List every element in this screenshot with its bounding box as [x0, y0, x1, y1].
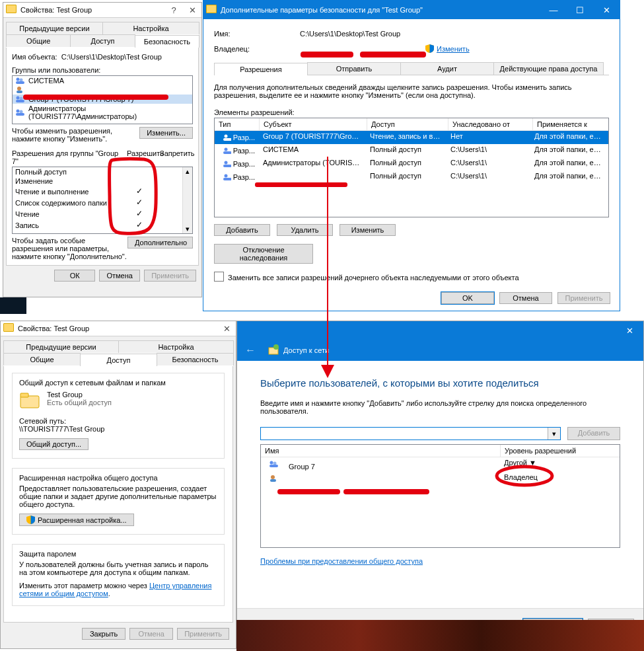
col-applies[interactable]: Применяется к — [533, 118, 608, 130]
title-bar[interactable]: ✕ — [237, 321, 643, 340]
ace-row[interactable]: Разр...Полный доступC:\Users\1\Для этой … — [215, 171, 608, 184]
group3-title: Защита паролем — [19, 550, 217, 558]
tab-security[interactable]: Безопасность — [135, 35, 199, 48]
wizard-instruction: Введите имя и нажмите кнопку "Добавить" … — [260, 399, 620, 415]
ace-row[interactable]: Разр...СИСТЕМАПолный доступC:\Users\1\Дл… — [215, 144, 608, 157]
tab-versions[interactable]: Предыдущие версии — [6, 22, 103, 34]
svg-rect-19 — [20, 396, 39, 408]
col-access[interactable]: Доступ — [367, 118, 448, 130]
user-icon — [15, 86, 25, 94]
svg-rect-25 — [269, 465, 278, 467]
maximize-button[interactable]: ☐ — [567, 1, 593, 19]
ace-row[interactable]: Разр...Администраторы (TOURIST7...Полный… — [215, 157, 608, 171]
close-button[interactable]: ✕ — [217, 321, 236, 336]
trouble-link[interactable]: Проблемы при предоставлении общего досту… — [260, 557, 423, 565]
user-input[interactable] — [261, 428, 548, 440]
replace-checkbox[interactable] — [214, 272, 224, 282]
svg-point-15 — [225, 161, 228, 165]
close-button[interactable]: ✕ — [616, 326, 643, 336]
path-value: \\TOURIST777\Test Group — [19, 425, 217, 433]
tab-general[interactable]: Общие — [3, 353, 81, 365]
add-button[interactable]: Добавить — [214, 224, 270, 236]
principals-list[interactable]: СИСТЕМА Group 7 (TOURIST777\Group 7) Адм… — [12, 75, 193, 124]
close-button[interactable]: ✕ — [183, 3, 201, 17]
minimize-button[interactable]: — — [540, 1, 567, 19]
tab-permissions[interactable]: Разрешения — [214, 63, 308, 75]
col-inherited[interactable]: Унаследовано от — [448, 118, 533, 130]
tab-audit[interactable]: Аудит — [400, 62, 494, 75]
tab-sharing[interactable]: Доступ — [70, 34, 135, 47]
aces-listview[interactable]: Тип Субъект Доступ Унаследовано от Приме… — [214, 118, 609, 217]
svg-point-5 — [17, 96, 20, 100]
svg-rect-27 — [270, 479, 276, 482]
tab-customize[interactable]: Настройка — [118, 340, 234, 353]
user-combobox[interactable]: ▾ — [260, 427, 561, 440]
people-row[interactable]: Group 7 Другой ▼ — [261, 457, 620, 472]
close-button[interactable]: ✕ — [593, 1, 620, 19]
cancel-button[interactable]: Отмена — [129, 628, 173, 640]
svg-rect-18 — [223, 178, 231, 180]
name-label: Имя: — [214, 30, 300, 38]
edit-button[interactable]: Изменить — [340, 224, 396, 236]
advanced-button[interactable]: Дополнительно — [127, 237, 193, 249]
col-name[interactable]: Имя — [261, 445, 501, 457]
edit-button[interactable]: Изменить... — [139, 127, 193, 139]
svg-point-8 — [17, 110, 20, 113]
group2-text: Предоставляет пользовательские разрешени… — [19, 484, 217, 508]
tab-security[interactable]: Безопасность — [157, 353, 234, 365]
title-bar[interactable]: Свойства: Test Group ? ✕ — [3, 3, 201, 18]
col-deny: Запретить — [160, 149, 193, 165]
svg-point-1 — [20, 79, 23, 82]
tab-versions[interactable]: Предыдущие версии — [3, 340, 119, 353]
apply-button[interactable]: Применить — [177, 628, 229, 640]
cancel-button[interactable]: Отмена — [99, 270, 140, 282]
svg-rect-16 — [223, 165, 231, 167]
svg-point-0 — [17, 78, 20, 81]
tab-customize[interactable]: Настройка — [102, 22, 199, 34]
help-button[interactable]: ? — [164, 3, 183, 17]
close-button-2[interactable]: Закрыть — [82, 628, 125, 640]
svg-rect-20 — [20, 393, 28, 397]
col-principal[interactable]: Субъект — [260, 118, 367, 130]
principal-row — [13, 85, 192, 95]
svg-rect-7 — [16, 100, 24, 102]
title-bar[interactable]: Свойства: Test Group ✕ — [1, 321, 236, 336]
group1-title: Общий доступ к сетевым файлам и папкам — [19, 379, 217, 387]
apply-button[interactable]: Применить — [557, 292, 610, 304]
col-permission[interactable]: Уровень разрешений — [501, 445, 620, 457]
permission-row: Список содержимого папки✓ — [13, 197, 192, 208]
desktop-peek-2 — [0, 297, 26, 314]
remove-button[interactable]: Удалить — [277, 224, 333, 236]
back-icon[interactable]: ← — [245, 344, 256, 356]
tab-sharing[interactable]: Доступ — [80, 354, 157, 366]
add-button[interactable]: Добавить — [567, 427, 620, 440]
perm-cell[interactable]: Другой ▼ — [500, 457, 620, 472]
share-button[interactable]: Общий доступ... — [19, 438, 89, 450]
tab-effective[interactable]: Действующие права доступа — [493, 62, 604, 75]
scrollbar[interactable]: ▴ ▾ — [182, 167, 192, 233]
tab-general[interactable]: Общие — [6, 34, 71, 47]
ok-button[interactable]: OK — [441, 292, 494, 304]
ok-button[interactable]: OК — [54, 270, 95, 282]
people-row[interactable]: Владелец — [261, 472, 620, 486]
permissions-list[interactable]: Полный доступИзменениеЧтение и выполнени… — [12, 167, 193, 234]
shield-icon — [425, 44, 434, 53]
permissions-for-label: Разрешения для группы "Group 7" — [12, 149, 127, 165]
ace-row[interactable]: Разр...Group 7 (TOURIST777\Group 7)Чтени… — [215, 131, 608, 144]
change-owner-link[interactable]: Изменить — [437, 45, 470, 53]
svg-point-26 — [271, 475, 275, 479]
people-list[interactable]: Имя Уровень разрешений Group 7 Другой ▼ … — [260, 444, 620, 548]
header-row: ← Доступ к сети — [237, 340, 643, 361]
col-type[interactable]: Тип — [215, 118, 260, 130]
apply-button[interactable]: Применить — [144, 270, 196, 282]
disable-inheritance-button[interactable]: Отключение наследования — [214, 244, 313, 264]
cancel-button[interactable]: Отмена — [499, 292, 552, 304]
tab-share[interactable]: Отправить — [307, 62, 401, 75]
permission-row: Чтение✓ — [13, 208, 192, 219]
dropdown-icon[interactable]: ▾ — [548, 428, 560, 440]
advanced-sharing-button[interactable]: Расширенная настройка... — [19, 514, 134, 526]
group3-text: У пользователей должны быть учетная запи… — [19, 560, 217, 576]
title-bar[interactable]: Дополнительные параметры безопасности дл… — [203, 1, 620, 19]
shield-icon — [26, 516, 35, 524]
group-icon — [265, 459, 283, 469]
